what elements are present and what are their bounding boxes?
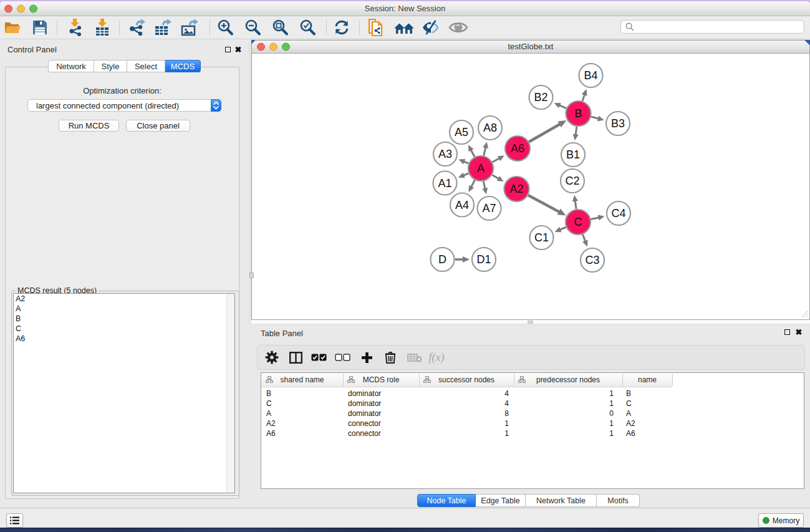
mcds-result-list[interactable]: A2ABCA6: [13, 293, 235, 493]
graph-edge-A2-C[interactable]: [528, 195, 559, 212]
graph-edge-B-B4[interactable]: [582, 94, 584, 101]
graph-edge-B-B1[interactable]: [576, 127, 577, 135]
column-header-successor-nodes[interactable]: successor nodes: [419, 373, 514, 387]
search-field[interactable]: [620, 20, 804, 34]
control-tab-mcds[interactable]: MCDS: [165, 60, 201, 72]
graph-node-label: A2: [509, 183, 523, 195]
memory-button[interactable]: Memory: [758, 513, 804, 528]
table-cell: 1: [419, 428, 509, 438]
table-row[interactable]: Bdominator41B: [261, 389, 672, 399]
table-row[interactable]: A2connector11A2: [261, 418, 672, 428]
table-tab-edge-table[interactable]: Edge Table: [476, 494, 526, 507]
column-header-predecessor-nodes[interactable]: predecessor nodes: [514, 373, 622, 387]
optimization-criterion-select[interactable]: largest connected component (directed): [27, 99, 221, 112]
table-row[interactable]: Adominator80A: [261, 409, 672, 418]
unselect-all-columns-button[interactable]: [333, 348, 352, 367]
graph-edge-C-C3[interactable]: [582, 235, 585, 241]
graph-edge-A-A1[interactable]: [463, 173, 468, 175]
copy-style-button[interactable]: [365, 18, 388, 37]
mcds-result-item[interactable]: B: [14, 314, 234, 324]
graph-edge-C-C1[interactable]: [560, 227, 566, 230]
column-separator: [343, 374, 344, 386]
table-toolbar: f(x): [257, 345, 805, 370]
zoom-fit-button[interactable]: [269, 18, 291, 37]
table-tab-motifs[interactable]: Motifs: [597, 494, 640, 507]
gear-icon: [265, 351, 279, 364]
show-panels-button[interactable]: [6, 513, 23, 528]
select-all-columns-button[interactable]: [309, 348, 328, 367]
network-view-window: testGlobe.txt B4B2BB3A5A8A6B1A3AA1C2A2A4…: [251, 40, 810, 320]
column-header-name[interactable]: name: [622, 373, 672, 387]
zoom-selected-button[interactable]: [296, 18, 319, 37]
mcds-result-item[interactable]: A6: [14, 334, 234, 344]
graph-edge-B-B3[interactable]: [591, 117, 599, 118]
mcds-result-item[interactable]: A2: [14, 294, 234, 304]
open-file-button[interactable]: [1, 18, 24, 37]
graph-edge-A-A5[interactable]: [471, 150, 475, 157]
table-cell: connector: [348, 428, 419, 438]
mcds-result-item[interactable]: C: [14, 324, 234, 334]
control-panel-close-button[interactable]: ✖: [233, 44, 243, 54]
table-row[interactable]: Cdominator41C: [261, 399, 672, 409]
table-tab-network-table[interactable]: Network Table: [526, 494, 597, 507]
network-canvas[interactable]: B4B2BB3A5A8A6B1A3AA1C2A2A4A7C4CC1C3DD1: [252, 54, 809, 319]
show-all-button[interactable]: [447, 18, 470, 37]
import-table-button[interactable]: [91, 18, 113, 37]
graph-edge-A-A6[interactable]: [492, 158, 499, 162]
graph-edge-C-C4[interactable]: [591, 218, 599, 220]
control-tab-select[interactable]: Select: [127, 60, 165, 72]
table-tab-node-table[interactable]: Node Table: [417, 494, 476, 507]
import-network-icon: [67, 19, 84, 36]
show-columns-button[interactable]: [286, 348, 305, 367]
control-tab-network[interactable]: Network: [48, 60, 94, 72]
float-icon: [784, 329, 790, 335]
frame-resize-corner-icon[interactable]: [251, 40, 256, 44]
mcds-result-item[interactable]: A: [14, 304, 234, 314]
refresh-view-button[interactable]: [330, 18, 353, 37]
export-table-button[interactable]: [152, 18, 174, 37]
create-column-button[interactable]: [357, 348, 376, 367]
dropdown-stepper-icon: [211, 99, 221, 112]
graph-edge-A-A3[interactable]: [464, 162, 469, 163]
graph-edge-A-A4[interactable]: [471, 180, 475, 187]
graph-edge-A-A2[interactable]: [492, 175, 499, 178]
table-options-button[interactable]: [263, 348, 281, 367]
function-builder-button[interactable]: f(x): [427, 348, 446, 367]
table-cell: A6: [266, 428, 343, 438]
table-cell: dominator: [348, 399, 419, 409]
graph-edge-A6-B[interactable]: [529, 124, 560, 142]
graph-edge-A-A7[interactable]: [483, 181, 485, 189]
zoom-in-button[interactable]: [214, 18, 236, 37]
table-panel-float-button[interactable]: [782, 327, 792, 337]
graph-edge-B-B2[interactable]: [559, 105, 566, 109]
graph-edge-A-A8[interactable]: [484, 147, 486, 155]
table-cell: C: [266, 399, 343, 409]
close-panel-button[interactable]: Close panel: [126, 120, 190, 132]
export-image-button[interactable]: [178, 18, 201, 37]
table-row[interactable]: A6connector11A6: [261, 428, 672, 438]
window-resize-grip[interactable]: [801, 311, 808, 318]
column-header-MCDS-role[interactable]: MCDS role: [343, 373, 419, 387]
panel-collapse-handle[interactable]: [249, 273, 254, 278]
delete-columns-button[interactable]: [381, 348, 400, 367]
main-titlebar: Session: New Session: [0, 1, 810, 16]
control-panel-float-button[interactable]: [223, 44, 233, 54]
delete-table-button[interactable]: [405, 348, 424, 367]
save-session-button[interactable]: [29, 18, 51, 37]
graph-edge-C-C2[interactable]: [575, 201, 576, 209]
export-network-button[interactable]: [125, 18, 148, 37]
run-mcds-button[interactable]: Run MCDS: [59, 120, 119, 132]
table-panel-close-button[interactable]: ✖: [794, 327, 804, 337]
control-tab-style[interactable]: Style: [94, 60, 127, 72]
column-header-shared-name[interactable]: shared name: [261, 373, 343, 387]
result-list-scrollbar[interactable]: [226, 294, 234, 493]
frame-resize-corner-icon[interactable]: [804, 40, 810, 46]
splitter-handle[interactable]: [528, 321, 533, 324]
zoom-out-button[interactable]: [241, 18, 264, 37]
hide-selected-button[interactable]: [420, 18, 442, 37]
first-neighbors-button[interactable]: [393, 18, 415, 37]
toolbar-separator: [359, 20, 360, 36]
import-network-button[interactable]: [64, 18, 87, 37]
export-table-icon: [154, 19, 171, 36]
graph-node-label: B3: [611, 117, 625, 130]
